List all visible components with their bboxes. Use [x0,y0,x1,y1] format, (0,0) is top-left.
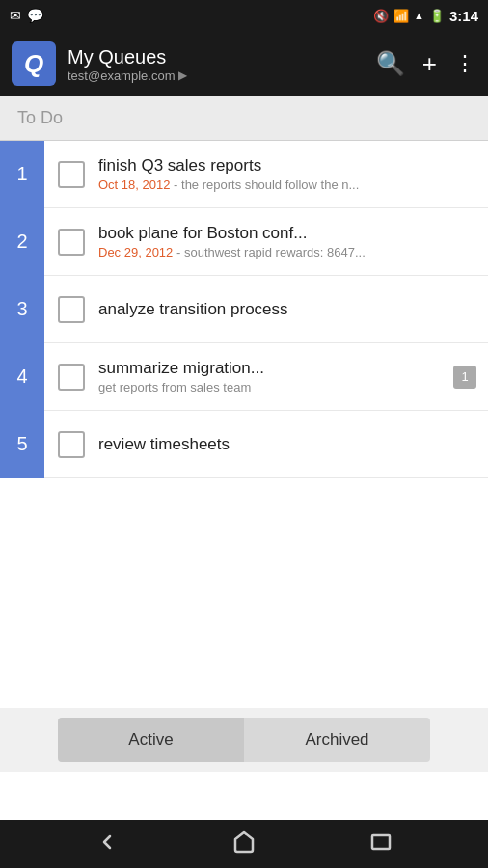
item-content-2: book plane for Boston conf... Dec 29, 20… [98,224,476,259]
item-number-5: 5 [0,411,44,478]
section-header: To Do [0,96,488,141]
item-number-2: 2 [0,208,44,276]
wifi-icon: 📶 [393,9,409,23]
app-bar: Q My Queues test@example.com ▶ 🔍 + ⋮ [0,31,488,96]
item-title-2: book plane for Boston conf... [98,224,476,243]
status-icons-left: ✉ 💬 [10,8,43,23]
tab-active[interactable]: Active [58,718,244,762]
svg-rect-0 [372,835,390,849]
mute-icon: 🔇 [373,9,389,23]
section-header-label: To Do [17,108,63,128]
battery-icon: 🔋 [429,9,445,23]
item-meta-1: Oct 18, 2012 - the reports should follow… [98,177,476,192]
time-display: 3:14 [449,8,478,24]
add-icon[interactable]: + [422,49,437,79]
dropdown-arrow-icon: ▶ [178,68,187,82]
app-title: My Queues [68,45,365,68]
item-number-1: 1 [0,141,44,208]
item-title-3: analyze transition process [98,300,476,319]
overflow-menu-icon[interactable]: ⋮ [454,51,476,76]
list-item[interactable]: 3 analyze transition process [0,276,488,343]
back-button[interactable] [95,830,119,857]
app-title-block: My Queues test@example.com ▶ [68,45,365,83]
search-icon[interactable]: 🔍 [376,50,405,77]
list-item[interactable]: 4 summarize migration... get reports fro… [0,343,488,411]
app-bar-actions: 🔍 + ⋮ [376,49,476,79]
app-logo: Q [12,41,56,86]
chat-icon: 💬 [27,8,43,23]
item-content-3: analyze transition process [98,300,476,319]
content-area: To Do 1 finish Q3 sales reports Oct 18, … [0,96,488,820]
system-nav-bar [0,820,488,868]
item-number-3: 3 [0,276,44,343]
item-title-4: summarize migration... [98,359,446,378]
list-item[interactable]: 1 finish Q3 sales reports Oct 18, 2012 -… [0,141,488,208]
status-icons-right: 🔇 📶 ▲ 🔋 3:14 [373,8,478,24]
item-title-5: review timesheets [98,435,476,454]
checkbox-1[interactable] [58,161,85,188]
checkbox-3[interactable] [58,296,85,323]
item-content-5: review timesheets [98,435,476,454]
app-subtitle: test@example.com ▶ [68,68,365,83]
checkbox-2[interactable] [58,229,85,256]
item-meta-4: get reports from sales team [98,380,446,394]
gmail-icon: ✉ [10,8,21,23]
recents-button[interactable] [369,830,393,857]
checkbox-5[interactable] [58,431,85,458]
item-title-1: finish Q3 sales reports [98,156,476,176]
tab-archived[interactable]: Archived [244,718,430,762]
home-button[interactable] [232,830,256,857]
item-number-4: 4 [0,343,44,411]
status-bar: ✉ 💬 🔇 📶 ▲ 🔋 3:14 [0,0,488,31]
item-content-4: summarize migration... get reports from … [98,359,446,394]
bottom-tab-bar: Active Archived [0,708,488,772]
item-content-1: finish Q3 sales reports Oct 18, 2012 - t… [98,156,476,192]
item-badge-4: 1 [453,366,476,389]
item-date-1: Oct 18, 2012 [98,177,170,192]
task-list: 1 finish Q3 sales reports Oct 18, 2012 -… [0,141,488,478]
item-meta-2: Dec 29, 2012 - southwest rapid rewards: … [98,245,476,259]
checkbox-4[interactable] [58,364,85,391]
item-date-2: Dec 29, 2012 [98,245,173,259]
signal-icon: ▲ [414,10,424,21]
list-item[interactable]: 2 book plane for Boston conf... Dec 29, … [0,208,488,276]
list-item[interactable]: 5 review timesheets [0,411,488,478]
